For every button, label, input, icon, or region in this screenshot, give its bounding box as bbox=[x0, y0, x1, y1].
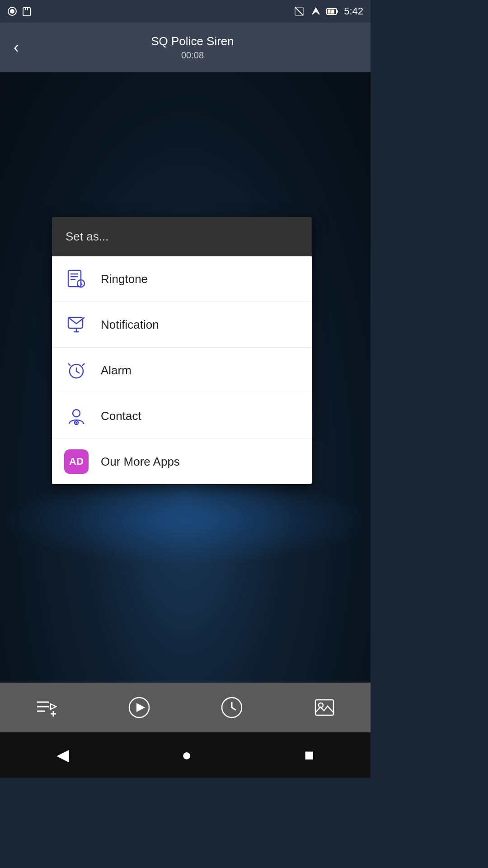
contact-icon bbox=[64, 403, 89, 429]
svg-line-6 bbox=[295, 7, 303, 15]
svg-point-1 bbox=[10, 9, 14, 14]
notification-option[interactable]: Notification bbox=[52, 302, 312, 348]
contact-option[interactable]: Contact bbox=[52, 393, 312, 439]
dialog-title: Set as... bbox=[66, 230, 108, 243]
android-home-button[interactable]: ● bbox=[182, 745, 192, 764]
ad-icon-container: AD bbox=[64, 449, 89, 474]
svg-line-25 bbox=[82, 363, 84, 366]
svg-point-26 bbox=[73, 410, 80, 417]
set-as-dialog: Set as... Ringtone bbox=[52, 217, 312, 484]
gallery-button[interactable] bbox=[313, 696, 336, 719]
svg-line-37 bbox=[232, 708, 235, 710]
sd-card-icon bbox=[22, 6, 32, 16]
airplane-icon bbox=[310, 6, 321, 16]
dialog-header: Set as... bbox=[52, 217, 312, 256]
svg-line-24 bbox=[68, 363, 70, 366]
more-apps-option[interactable]: AD Our More Apps bbox=[52, 439, 312, 484]
background-area: Set as... Ringtone bbox=[0, 72, 371, 778]
status-left bbox=[7, 6, 32, 16]
contact-label: Contact bbox=[101, 409, 141, 423]
ringtone-label: Ringtone bbox=[101, 272, 148, 286]
record-icon bbox=[7, 6, 17, 16]
history-button[interactable] bbox=[221, 696, 243, 719]
top-bar: ‹ SQ Police Siren 00:08 bbox=[0, 23, 371, 72]
svg-rect-11 bbox=[68, 270, 81, 287]
notification-icon bbox=[64, 312, 89, 337]
android-nav: ◀ ● ■ bbox=[0, 732, 371, 778]
status-right: 5:42 bbox=[294, 5, 363, 17]
track-title: SQ Police Siren bbox=[23, 34, 361, 48]
header-title-group: SQ Police Siren 00:08 bbox=[23, 34, 361, 61]
status-time: 5:42 bbox=[344, 5, 363, 17]
android-recents-button[interactable]: ■ bbox=[305, 745, 314, 764]
svg-line-23 bbox=[76, 371, 79, 373]
dialog-body: Ringtone Notification bbox=[52, 256, 312, 484]
bottom-nav bbox=[0, 683, 371, 732]
play-button[interactable] bbox=[128, 696, 150, 719]
svg-rect-38 bbox=[315, 700, 333, 715]
sim-icon bbox=[294, 6, 306, 16]
ringtone-icon bbox=[64, 266, 89, 292]
status-bar: 5:42 bbox=[0, 0, 371, 23]
track-duration: 00:08 bbox=[23, 50, 361, 61]
alarm-icon bbox=[64, 358, 89, 383]
back-button[interactable]: ‹ bbox=[9, 33, 23, 61]
more-apps-label: Our More Apps bbox=[101, 455, 180, 469]
svg-rect-8 bbox=[337, 10, 338, 13]
ringtone-option[interactable]: Ringtone bbox=[52, 256, 312, 302]
battery-icon bbox=[326, 6, 339, 16]
ad-badge: AD bbox=[64, 449, 89, 474]
playlist-button[interactable] bbox=[35, 698, 58, 717]
svg-rect-2 bbox=[23, 8, 30, 16]
svg-point-28 bbox=[75, 422, 77, 424]
android-back-button[interactable]: ◀ bbox=[56, 745, 69, 764]
alarm-label: Alarm bbox=[101, 363, 131, 377]
notification-label: Notification bbox=[101, 318, 159, 332]
alarm-option[interactable]: Alarm bbox=[52, 348, 312, 393]
